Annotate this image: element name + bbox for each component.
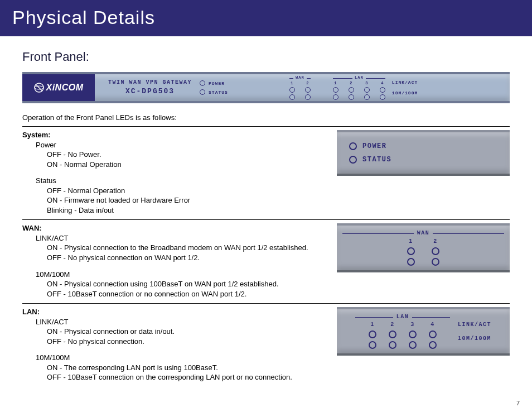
- brand-name: XiNCOM: [46, 83, 84, 93]
- wan-spd-on: ON - Physical connection using 100BaseT …: [47, 279, 326, 289]
- wan2-link-lg-icon: [432, 247, 439, 255]
- system-status-off: OFF - Normal Operation: [47, 186, 326, 196]
- wan-callout-2: 2: [433, 238, 438, 245]
- wan-callout-label: WAN: [414, 230, 433, 236]
- lan-port-2-num: 2: [350, 81, 352, 85]
- status-led-icon: [200, 89, 205, 95]
- lan-port-group: LAN 1 2 3 4: [333, 76, 385, 100]
- lan1-spd-lg-icon: [369, 341, 376, 349]
- brand-logo-icon: [34, 83, 44, 93]
- lan1-link-lg-icon: [369, 330, 376, 338]
- wan-link-on: ON - Physical connection to the Broadban…: [47, 243, 326, 253]
- wan-block: WAN: LINK/ACT ON - Physical connection t…: [22, 220, 510, 303]
- wan-callout: WAN 1 2: [337, 223, 510, 272]
- lan-link-on: ON - Physical connection or data in/out.: [47, 327, 326, 337]
- panel-side-labels: LINK/ACT 10M/100M: [392, 80, 418, 95]
- system-status-on: ON - Firmware not loaded or Hardware Err…: [47, 195, 326, 205]
- product-model: XC-DPG503: [108, 87, 192, 97]
- lan4-spd-lg-icon: [429, 341, 437, 349]
- wan2-spd-lg-icon: [432, 258, 439, 266]
- lan-callout-1: 1: [370, 322, 375, 328]
- wan-spd-label: 10M/100M: [36, 270, 326, 280]
- lan-port-1-num: 1: [334, 81, 337, 85]
- lan3-spd-lg-icon: [409, 341, 417, 349]
- system-block: System: Power OFF - No Power. ON - Norma…: [22, 127, 510, 219]
- intro-text: Operation of the Front Panel LEDs is as …: [22, 113, 510, 122]
- wan-group-label: WAN: [293, 75, 307, 80]
- wan2-spd-led-icon: [305, 94, 311, 100]
- lan-port-3-num: 3: [365, 81, 368, 85]
- lan-link-label: LINK/ACT: [36, 317, 326, 327]
- lan1-spd-led-icon: [333, 94, 338, 100]
- lan-group-label: LAN: [352, 75, 366, 80]
- callout-status-label: STATUS: [362, 156, 391, 164]
- system-callout: POWER STATUS: [337, 130, 510, 176]
- lan-callout-4: 4: [431, 322, 435, 328]
- lan4-spd-led-icon: [380, 94, 385, 100]
- system-power-off: OFF - No Power.: [47, 150, 326, 160]
- lan3-link-lg-icon: [409, 330, 417, 338]
- lan2-link-lg-icon: [389, 330, 396, 338]
- lan-callout: LAN 1 2 3 4 LINK/ACT 10M/100M: [337, 307, 510, 356]
- power-led-lg-icon: [349, 142, 357, 150]
- content-area: Front Panel: XiNCOM TWIN WAN VPN GATEWAY…: [0, 36, 532, 387]
- lan2-spd-led-icon: [349, 94, 354, 100]
- lan-callout-linkact: LINK/ACT: [458, 322, 491, 328]
- lan-spd-on: ON - The corresponding LAN port is using…: [47, 363, 326, 373]
- lan-port-4-num: 4: [381, 81, 384, 85]
- lan-callout-3: 3: [410, 322, 415, 328]
- page-number: 7: [516, 400, 520, 406]
- wan-link-label: LINK/ACT: [36, 233, 326, 243]
- lan3-link-led-icon: [364, 87, 370, 93]
- system-power-label: Power: [36, 140, 326, 150]
- page-title: Physical Details: [12, 7, 155, 28]
- lan4-link-lg-icon: [429, 330, 437, 338]
- wan-port-group: WAN 1 2: [289, 76, 311, 100]
- lan-spd-label: 10M/100M: [36, 353, 326, 363]
- power-label: POWER: [209, 81, 225, 86]
- lan1-link-led-icon: [333, 87, 338, 93]
- wan2-link-led-icon: [305, 87, 311, 93]
- lan-block: LAN: LINK/ACT ON - Physical connection o…: [22, 304, 510, 387]
- product-line: TWIN WAN VPN GATEWAY: [108, 79, 192, 87]
- power-led-icon: [200, 80, 205, 86]
- wan-link-off: OFF - No physical connection on WAN port…: [47, 253, 326, 263]
- linkact-label: LINK/ACT: [392, 80, 418, 85]
- wan1-spd-led-icon: [289, 94, 295, 100]
- wan-port-2-num: 2: [306, 81, 309, 85]
- lan-spd-off: OFF - 10BaseT connection on the correspo…: [47, 372, 326, 382]
- section-heading: Front Panel:: [22, 50, 510, 64]
- wan1-link-led-icon: [289, 87, 295, 93]
- speed-label: 10M/100M: [392, 90, 418, 95]
- system-power-on: ON - Normal Operation: [47, 160, 326, 170]
- lan-link-off: OFF - No physical connection.: [47, 337, 326, 347]
- callout-power-label: POWER: [362, 142, 387, 150]
- wan1-link-lg-icon: [407, 247, 415, 255]
- status-led-lg-icon: [349, 156, 357, 164]
- page-title-bar: Physical Details: [0, 0, 532, 36]
- brand-block: XiNCOM: [22, 74, 95, 101]
- lan-header: LAN:: [22, 307, 326, 317]
- lan-callout-2: 2: [390, 322, 395, 328]
- wan-callout-1: 1: [409, 238, 413, 245]
- wan-port-1-num: 1: [291, 81, 293, 85]
- system-header: System:: [22, 130, 326, 140]
- wan-header: WAN:: [22, 223, 326, 233]
- status-label: STATUS: [209, 90, 228, 95]
- power-status-leds: POWER STATUS: [200, 80, 228, 95]
- lan-callout-speed: 10M/100M: [458, 336, 491, 342]
- product-label: TWIN WAN VPN GATEWAY XC-DPG503: [108, 79, 192, 97]
- wan1-spd-lg-icon: [407, 258, 415, 266]
- lan3-spd-led-icon: [364, 94, 370, 100]
- system-status-blink: Blinking - Data in/out: [47, 205, 326, 215]
- lan2-spd-lg-icon: [389, 341, 396, 349]
- front-panel-diagram: XiNCOM TWIN WAN VPN GATEWAY XC-DPG503 PO…: [22, 72, 510, 103]
- lan2-link-led-icon: [349, 87, 354, 93]
- wan-spd-off: OFF - 10BaseT connection or no connectio…: [47, 289, 326, 299]
- lan-callout-label: LAN: [393, 314, 413, 320]
- system-status-label: Status: [36, 176, 326, 186]
- lan4-link-led-icon: [380, 87, 385, 93]
